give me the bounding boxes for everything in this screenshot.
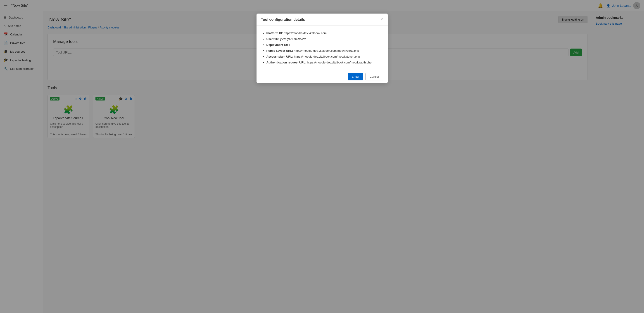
modal-title: Tool configuration details xyxy=(261,18,305,22)
modal-label-auth-url: Authentication request URL: xyxy=(266,61,306,64)
modal-label-platform-id: Platform ID: xyxy=(266,31,283,35)
modal-detail-client-id: Client ID: yYw9y4AE94axv2M xyxy=(266,36,382,42)
modal-detail-auth-url: Authentication request URL: https://mood… xyxy=(266,60,382,65)
modal-body: Platform ID: https://moodle-dev.vitalboo… xyxy=(256,26,388,70)
modal-footer: Email Cancel xyxy=(256,70,388,83)
modal-overlay: Tool configuration details × Platform ID… xyxy=(0,0,644,313)
modal-value-keyset-url: https://moodle-dev.vitalbook.com/mod/lti… xyxy=(294,49,359,52)
modal-label-deployment-id: Deployment ID: xyxy=(266,43,288,46)
modal-value-access-token-url: https://moodle-dev.vitalbook.com/mod/lti… xyxy=(294,55,360,58)
modal-label-access-token-url: Access token URL: xyxy=(266,55,293,58)
modal-label-client-id: Client ID: xyxy=(266,37,279,41)
modal-value-auth-url: https://moodle-dev.vitalbook.com/mod/lti… xyxy=(307,61,372,64)
modal-detail-access-token-url: Access token URL: https://moodle-dev.vit… xyxy=(266,54,382,60)
modal-detail-deployment-id: Deployment ID: 1 xyxy=(266,42,382,48)
email-button[interactable]: Email xyxy=(348,73,363,80)
modal-close-button[interactable]: × xyxy=(381,17,383,22)
modal-header: Tool configuration details × xyxy=(256,13,388,26)
modal-value-platform-id: https://moodle-dev.vitalbook.com xyxy=(284,31,327,35)
modal-value-client-id: yYw9y4AE94axv2M xyxy=(280,37,306,41)
modal-detail-keyset-url: Public keyset URL: https://moodle-dev.vi… xyxy=(266,48,382,54)
modal-value-deployment-id: 1 xyxy=(289,43,290,46)
modal-label-keyset-url: Public keyset URL: xyxy=(266,49,293,52)
modal-tool-config: Tool configuration details × Platform ID… xyxy=(256,13,388,83)
modal-detail-platform-id: Platform ID: https://moodle-dev.vitalboo… xyxy=(266,30,382,36)
cancel-button[interactable]: Cancel xyxy=(365,73,383,80)
modal-details-list: Platform ID: https://moodle-dev.vitalboo… xyxy=(262,30,382,65)
